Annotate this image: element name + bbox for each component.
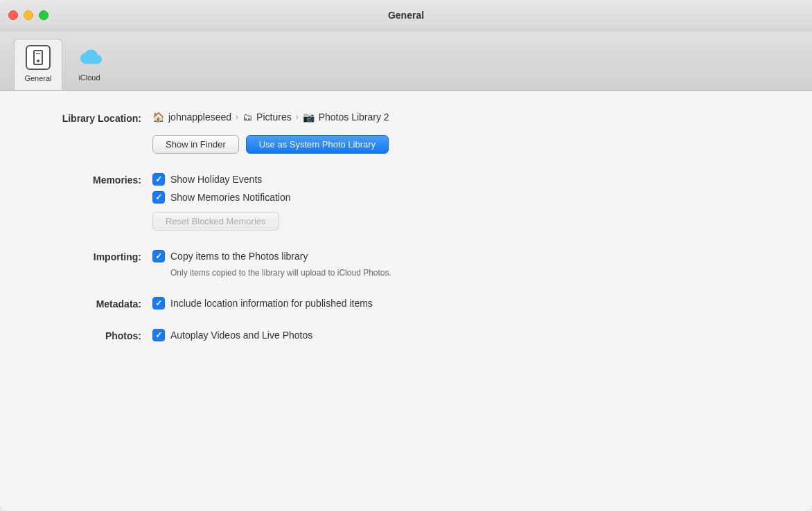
reset-button-wrapper: Reset Blocked Memories <box>152 212 784 231</box>
include-location-checkbox[interactable]: ✓ <box>152 297 165 310</box>
copy-items-label: Copy items to the Photos library <box>170 251 308 262</box>
autoplay-row: ✓ Autoplay Videos and Live Photos <box>152 329 784 341</box>
show-memories-notification-row: ✓ Show Memories Notification <box>152 191 784 204</box>
memories-row: Memories: ✓ Show Holiday Events ✓ Show M… <box>28 173 784 231</box>
importing-content: ✓ Copy items to the Photos library Only … <box>152 250 784 278</box>
copy-items-checkbox[interactable]: ✓ <box>152 250 165 262</box>
close-button[interactable] <box>8 10 18 20</box>
pictures-icon: 🗂 <box>242 111 252 123</box>
memories-content: ✓ Show Holiday Events ✓ Show Memories No… <box>152 173 784 231</box>
library-path: 🏠 johnappleseed › 🗂 Pictures › 📷 Photos … <box>152 111 784 123</box>
metadata-content: ✓ Include location information for publi… <box>152 297 784 310</box>
copy-items-row: ✓ Copy items to the Photos library <box>152 250 784 262</box>
username-text: johnappleseed <box>168 111 231 123</box>
tab-general[interactable]: General <box>14 39 62 90</box>
library-location-row: Library Location: 🏠 johnappleseed › 🗂 Pi… <box>28 111 784 154</box>
maximize-button[interactable] <box>39 10 48 20</box>
library-icon: 📷 <box>303 111 315 123</box>
photos-content: ✓ Autoplay Videos and Live Photos <box>152 329 784 341</box>
pictures-text: Pictures <box>256 111 292 123</box>
use-as-system-library-button[interactable]: Use as System Photo Library <box>246 135 389 154</box>
home-icon: 🏠 <box>152 111 164 123</box>
show-memories-notification-label: Show Memories Notification <box>170 192 291 203</box>
include-location-label: Include location information for publish… <box>170 298 373 309</box>
importing-row: Importing: ✓ Copy items to the Photos li… <box>28 250 784 278</box>
titlebar: General <box>0 0 812 30</box>
memories-label: Memories: <box>28 173 152 186</box>
library-location-content: 🏠 johnappleseed › 🗂 Pictures › 📷 Photos … <box>152 111 784 154</box>
show-memories-notification-checkbox[interactable]: ✓ <box>152 191 165 204</box>
metadata-label: Metadata: <box>28 297 152 310</box>
include-location-row: ✓ Include location information for publi… <box>152 297 784 310</box>
show-in-finder-button[interactable]: Show in Finder <box>152 135 239 154</box>
library-location-label: Library Location: <box>28 111 152 124</box>
checkbox-check-icon-5: ✓ <box>155 331 162 339</box>
autoplay-label: Autoplay Videos and Live Photos <box>170 330 312 341</box>
window-title: General <box>388 10 424 21</box>
icloud-tab-icon <box>76 43 103 71</box>
tab-icloud[interactable]: iCloud <box>65 39 114 90</box>
preferences-window: General General iCloud Library Location: <box>0 0 812 511</box>
library-buttons: Show in Finder Use as System Photo Libra… <box>152 135 784 154</box>
checkbox-check-icon-2: ✓ <box>155 193 162 201</box>
library-name-text: Photos Library 2 <box>319 111 389 123</box>
icloud-tab-label: iCloud <box>78 73 100 82</box>
importing-label: Importing: <box>28 250 152 262</box>
preferences-content: Library Location: 🏠 johnappleseed › 🗂 Pi… <box>0 91 812 511</box>
separator-1: › <box>236 112 238 122</box>
show-holiday-label: Show Holiday Events <box>170 174 262 185</box>
minimize-button[interactable] <box>24 10 33 20</box>
reset-blocked-memories-button[interactable]: Reset Blocked Memories <box>152 212 279 231</box>
importing-sub-note: Only items copied to the library will up… <box>170 268 784 278</box>
general-tab-label: General <box>24 74 51 82</box>
checkbox-check-icon-4: ✓ <box>155 299 162 307</box>
show-holiday-checkbox[interactable]: ✓ <box>152 173 165 186</box>
separator-2: › <box>296 112 299 122</box>
traffic-lights <box>8 10 48 20</box>
photos-row: Photos: ✓ Autoplay Videos and Live Photo… <box>28 329 784 341</box>
checkbox-check-icon-3: ✓ <box>155 252 162 260</box>
autoplay-checkbox[interactable]: ✓ <box>152 329 165 341</box>
general-tab-icon <box>24 44 52 71</box>
toolbar: General iCloud <box>0 30 812 91</box>
show-holiday-row: ✓ Show Holiday Events <box>152 173 784 186</box>
photos-label: Photos: <box>28 329 152 341</box>
checkbox-check-icon: ✓ <box>155 175 162 183</box>
metadata-row: Metadata: ✓ Include location information… <box>28 297 784 310</box>
